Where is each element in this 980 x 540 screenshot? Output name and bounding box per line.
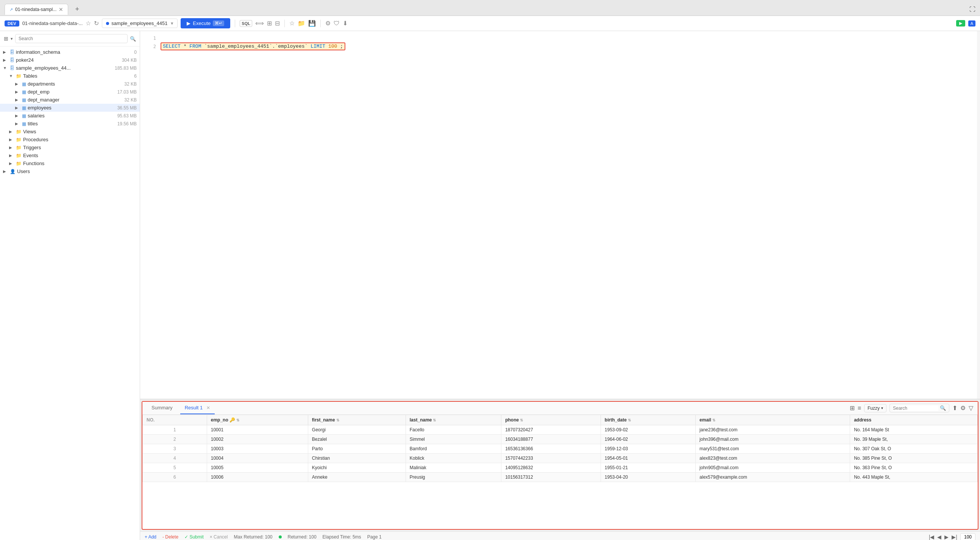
- cell-birthdate: 1953-09-02: [601, 425, 695, 435]
- expand-icon[interactable]: ⛶: [969, 6, 975, 13]
- folder-icon: 📁: [16, 129, 22, 134]
- tab-label: 01-ninedata-sampl...: [15, 7, 56, 12]
- search-input[interactable]: [15, 34, 127, 43]
- table-row: 2 10002 Bezalel Simmel 16034188877 1964-…: [143, 435, 978, 444]
- col-header-address[interactable]: address: [850, 415, 978, 425]
- table-row: 5 10005 Kyoichi Maliniak 14095128632 195…: [143, 463, 978, 473]
- star-icon[interactable]: ☆: [86, 20, 91, 27]
- sidebar-tree: ▶ 🗄 information_schema 0 ▶ 🗄 poker24 304…: [0, 46, 140, 540]
- sidebar-item-users[interactable]: ▶ 👤 Users: [0, 167, 140, 175]
- shield-icon[interactable]: 🛡: [334, 20, 340, 27]
- cell-firstname: Chirstian: [308, 454, 406, 463]
- cell-phone: 14095128632: [501, 463, 601, 473]
- tree-toggle-icon: ▶: [15, 82, 21, 86]
- format-icon[interactable]: ⟺: [255, 20, 264, 27]
- tree-size: 17.03 MB: [118, 89, 137, 95]
- chevron-down-icon-sidebar[interactable]: ▾: [11, 37, 13, 41]
- sidebar-item-titles[interactable]: ▶ ▦ titles 19.56 MB: [0, 119, 140, 127]
- user-icon: A: [968, 21, 975, 27]
- sidebar-item-tables[interactable]: ▼ 📁 Tables 6: [0, 72, 140, 80]
- sidebar-item-views[interactable]: ▶ 📁 Views: [0, 127, 140, 135]
- refresh-icon[interactable]: ↻: [94, 20, 99, 27]
- grid-view-icon[interactable]: ⊞: [4, 36, 8, 41]
- new-tab-button[interactable]: +: [71, 3, 83, 16]
- tree-size: 32 KB: [124, 97, 137, 103]
- save-icon[interactable]: 💾: [308, 20, 316, 27]
- col-header-empno[interactable]: emp_no 🔑⇅: [207, 415, 308, 425]
- search-icon[interactable]: 🔍: [940, 405, 946, 411]
- prev-page-button[interactable]: ◀: [937, 534, 941, 540]
- toolbar-separator-2: [285, 20, 285, 27]
- sidebar-item-triggers[interactable]: ▶ 📁 Triggers: [0, 143, 140, 151]
- sidebar-item-departments[interactable]: ▶ ▦ departments 32 KB: [0, 80, 140, 88]
- export-icon[interactable]: ⬆: [952, 405, 957, 412]
- db-selector[interactable]: sample_employees_4451 ▾: [102, 19, 178, 28]
- sidebar-item-salaries[interactable]: ▶ ▦ salaries 95.63 MB: [0, 112, 140, 119]
- next-page-button[interactable]: ▶: [944, 534, 948, 540]
- submit-button[interactable]: ✓ Submit: [185, 534, 204, 540]
- cell-address: No. 39 Maple St,: [850, 435, 978, 444]
- table-icon: ▦: [22, 105, 26, 111]
- cell-no: 6: [143, 473, 207, 482]
- browser-tab[interactable]: ↗ 01-ninedata-sampl... ✕: [5, 4, 68, 15]
- settings-icon[interactable]: ⚙: [325, 20, 331, 27]
- sidebar-item-dept-manager[interactable]: ▶ ▦ dept_manager 32 KB: [0, 96, 140, 104]
- cancel-button[interactable]: × Cancel: [210, 534, 228, 540]
- tab-summary[interactable]: Summary: [147, 402, 177, 414]
- cell-no: 3: [143, 444, 207, 454]
- sidebar-item-dept-emp[interactable]: ▶ ▦ dept_emp 17.03 MB: [0, 88, 140, 96]
- editor-scrollbar[interactable]: [977, 31, 980, 399]
- rows-per-page-input[interactable]: [960, 533, 975, 540]
- col-header-lastname[interactable]: last_name ⇅: [406, 415, 501, 425]
- filter-icon[interactable]: ▽: [969, 405, 973, 412]
- download-icon[interactable]: ⬇: [343, 20, 348, 27]
- cell-lastname: Bamford: [406, 444, 501, 454]
- results-search-input[interactable]: [893, 406, 939, 411]
- table-icon: ▦: [22, 97, 26, 103]
- cell-no: 1: [143, 425, 207, 435]
- cell-birthdate: 1959-12-03: [601, 444, 695, 454]
- sidebar-item-employees[interactable]: ▶ ▦ employees 36.55 MB: [0, 104, 140, 112]
- table-icon[interactable]: ⊞: [267, 20, 272, 27]
- col-header-birthdate[interactable]: birth_date ⇅: [601, 415, 695, 425]
- folder-icon: 📁: [16, 137, 22, 142]
- result1-close-icon[interactable]: ✕: [206, 405, 210, 411]
- last-page-button[interactable]: ▶|: [951, 534, 957, 540]
- editor-line-2: 2 SELECT * FROM `sample_employees_4451`.…: [140, 42, 980, 51]
- search-icon[interactable]: 🔍: [130, 36, 136, 41]
- settings-icon[interactable]: ⚙: [960, 405, 966, 412]
- sidebar-item-sample-employees[interactable]: ▼ 🗄 sample_employees_44... 185.83 MB: [0, 64, 140, 72]
- folder-icon[interactable]: 📁: [298, 20, 305, 27]
- env-badge: DEV: [5, 21, 19, 27]
- tree-size: 0: [134, 49, 137, 55]
- fuzzy-select[interactable]: Fuzzy ▾: [864, 404, 886, 413]
- sidebar-item-procedures[interactable]: ▶ 📁 Procedures: [0, 135, 140, 143]
- tree-toggle-icon: ▶: [3, 50, 8, 54]
- execute-button[interactable]: ▶ Execute ⌘↵: [181, 18, 230, 29]
- sidebar-item-functions[interactable]: ▶ 📁 Functions: [0, 159, 140, 167]
- results-tabs: Summary Result 1 ✕ ⊞ ≡ Fuzzy ▾: [142, 402, 978, 415]
- tab-close-icon[interactable]: ✕: [59, 6, 63, 13]
- first-page-button[interactable]: |◀: [929, 534, 935, 540]
- sidebar-item-events[interactable]: ▶ 📁 Events: [0, 151, 140, 159]
- pagination: |◀ ◀ ▶ ▶|: [929, 533, 975, 540]
- grid-view-icon[interactable]: ⊞: [850, 405, 855, 412]
- sidebar-item-information-schema[interactable]: ▶ 🗄 information_schema 0: [0, 48, 140, 56]
- bookmark-icon[interactable]: ☆: [289, 20, 294, 27]
- image-icon[interactable]: ⊟: [275, 20, 280, 27]
- editor-line-content: SELECT * FROM `sample_employees_4451`.`e…: [161, 42, 975, 51]
- delete-button[interactable]: - Delete: [162, 534, 178, 540]
- add-button[interactable]: + Add: [145, 534, 156, 540]
- app-container: DEV 01-ninedata-sample-data-... ☆ ↻ samp…: [0, 16, 980, 540]
- col-header-phone[interactable]: phone ⇅: [501, 415, 601, 425]
- col-header-firstname[interactable]: first_name ⇅: [308, 415, 406, 425]
- table-row: 6 10006 Anneke Preusig 10156317312 1953-…: [143, 473, 978, 482]
- sql-editor[interactable]: 1 2 SELECT * FROM `sample_employees_4451…: [140, 31, 980, 400]
- chevron-down-icon: ▾: [171, 21, 173, 26]
- col-header-email[interactable]: email ⇅: [695, 415, 850, 425]
- list-view-icon[interactable]: ≡: [858, 405, 861, 412]
- sidebar-item-poker24[interactable]: ▶ 🗄 poker24 304 KB: [0, 56, 140, 64]
- tab-result1[interactable]: Result 1 ✕: [180, 402, 215, 414]
- sql-icon[interactable]: SQL: [240, 20, 252, 27]
- cell-empno: 10002: [207, 435, 308, 444]
